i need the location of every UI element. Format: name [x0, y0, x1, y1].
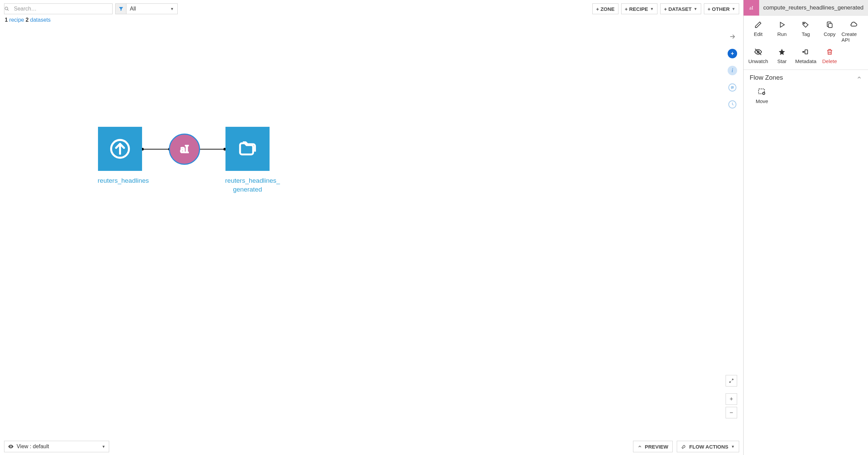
- action-label: Metadata: [795, 58, 816, 64]
- panel-title: compute_reuters_headlines_generated: [759, 4, 868, 11]
- tag-icon: [802, 20, 809, 29]
- recipe-icon: aI: [176, 141, 193, 158]
- copy-icon: [826, 20, 833, 29]
- recipe-node[interactable]: aI: [169, 134, 200, 165]
- eye-slash-icon: [754, 47, 762, 56]
- chevron-down-icon: ▼: [102, 444, 105, 449]
- unwatch-button[interactable]: Unwatch: [746, 47, 770, 64]
- svg-point-13: [803, 52, 804, 53]
- add-zone-label: + ZONE: [596, 6, 615, 12]
- edit-button[interactable]: Edit: [746, 20, 770, 43]
- create-api-button[interactable]: Create API: [842, 20, 865, 43]
- star-icon: [778, 47, 786, 56]
- action-label: Unwatch: [748, 58, 768, 64]
- tag-button[interactable]: Tag: [794, 20, 817, 43]
- recipe-badge: aI: [744, 0, 759, 16]
- add-recipe-button[interactable]: + RECIPE ▼: [621, 3, 658, 14]
- search-box[interactable]: [4, 3, 113, 14]
- svg-rect-8: [828, 23, 832, 27]
- panel-actions: Edit Run Tag Copy Create API Unwatch Sta…: [744, 16, 868, 70]
- add-recipe-label: + RECIPE: [625, 6, 648, 12]
- section-title: Flow Zones: [750, 74, 783, 81]
- delete-button[interactable]: Delete: [818, 47, 842, 64]
- chevron-down-icon: ▼: [650, 7, 654, 11]
- svg-line-1: [7, 9, 9, 11]
- dataset-count: 2: [25, 17, 28, 23]
- chevron-down-icon: ▼: [731, 444, 735, 449]
- star-button[interactable]: Star: [770, 47, 794, 64]
- search-icon: [4, 6, 14, 11]
- svg-text:aI: aI: [180, 143, 189, 155]
- preview-label: PREVIEW: [645, 444, 668, 450]
- comments-button[interactable]: [728, 83, 737, 92]
- add-button[interactable]: +: [728, 49, 737, 58]
- svg-text:aI: aI: [749, 5, 753, 11]
- flow-canvas-area: All ▼ + ZONE + RECIPE ▼ + DATASET ▼ + OT…: [0, 0, 743, 455]
- add-other-button[interactable]: + OTHER ▼: [704, 3, 739, 14]
- move-icon: [757, 87, 766, 96]
- collapse-panel-button[interactable]: [728, 32, 737, 41]
- view-label: View : default: [17, 443, 102, 450]
- section-header[interactable]: Flow Zones: [750, 74, 862, 81]
- wrench-icon: [681, 444, 687, 449]
- recipe-count: 1: [5, 17, 8, 23]
- copy-button[interactable]: Copy: [818, 20, 842, 43]
- metadata-button[interactable]: Metadata: [794, 47, 817, 64]
- search-input[interactable]: [14, 4, 112, 14]
- preview-button[interactable]: PREVIEW: [633, 441, 673, 452]
- flow-zones-section: Flow Zones Move: [744, 70, 868, 114]
- bottom-bar: View : default ▼ PREVIEW FLOW ACTIONS ▼: [0, 438, 743, 455]
- zone-actions: Move: [750, 81, 862, 110]
- activity-button[interactable]: [728, 100, 737, 109]
- add-zone-button[interactable]: + ZONE: [592, 3, 618, 14]
- toolbar-buttons: + ZONE + RECIPE ▼ + DATASET ▼ + OTHER ▼: [592, 3, 739, 14]
- flow-actions-button[interactable]: FLOW ACTIONS ▼: [677, 441, 739, 452]
- dataset-icon: [98, 127, 142, 171]
- action-label: Move: [756, 98, 768, 104]
- details-panel: aI compute_reuters_headlines_generated E…: [743, 0, 868, 455]
- view-dropdown[interactable]: View : default ▼: [4, 441, 109, 452]
- filter-dropdown[interactable]: All ▼: [115, 3, 178, 14]
- action-label: Delete: [822, 58, 837, 64]
- metadata-icon: [802, 47, 810, 56]
- play-icon: [778, 20, 786, 29]
- flow-edge: [142, 149, 170, 150]
- chevron-up-icon: [637, 444, 642, 449]
- pencil-icon: [754, 20, 762, 29]
- add-dataset-label: + DATASET: [664, 6, 692, 12]
- eye-icon: [8, 443, 14, 450]
- zoom-in-button[interactable]: +: [726, 393, 737, 405]
- top-toolbar: All ▼ + ZONE + RECIPE ▼ + DATASET ▼ + OT…: [0, 0, 743, 16]
- chevron-down-icon: ▼: [167, 7, 177, 11]
- move-zone-button[interactable]: Move: [750, 87, 774, 104]
- chevron-down-icon: ▼: [694, 7, 697, 11]
- chevron-up-icon: [856, 75, 862, 80]
- dataset-node-output[interactable]: reuters_headlines_ generated: [225, 127, 270, 194]
- filter-icon: [116, 4, 126, 14]
- action-label: Star: [777, 58, 787, 64]
- dataset-node-input[interactable]: reuters_headlines: [98, 127, 142, 185]
- cloud-icon: [849, 20, 857, 29]
- side-float-buttons: + i: [728, 32, 737, 109]
- svg-point-0: [5, 7, 8, 10]
- info-button[interactable]: i: [728, 66, 737, 75]
- svg-rect-11: [805, 50, 808, 54]
- svg-point-7: [804, 23, 805, 24]
- run-button[interactable]: Run: [770, 20, 794, 43]
- flow-canvas[interactable]: reuters_headlines aI reuters_headlines_ …: [0, 26, 743, 438]
- zoom-controls: + −: [726, 375, 737, 418]
- add-other-label: + OTHER: [708, 6, 730, 12]
- zoom-out-button[interactable]: −: [726, 407, 737, 418]
- recipe-word: recipe: [9, 17, 24, 23]
- fit-button[interactable]: [726, 375, 737, 387]
- trash-icon: [826, 47, 833, 56]
- filter-label: All: [126, 6, 167, 12]
- action-label: Run: [777, 31, 787, 37]
- dataset-word: datasets: [30, 17, 51, 23]
- dataset-label: reuters_headlines_ generated: [225, 176, 270, 194]
- flow-edge: [199, 149, 225, 150]
- add-dataset-button[interactable]: + DATASET ▼: [660, 3, 701, 14]
- search-summary: 1 recipe 2 datasets: [0, 16, 743, 26]
- action-label: Copy: [824, 31, 835, 37]
- action-label: Tag: [802, 31, 810, 37]
